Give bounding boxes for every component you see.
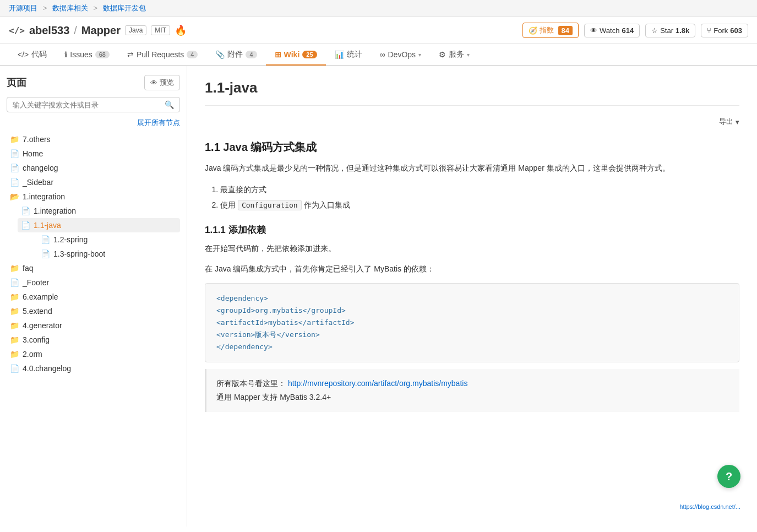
star-value: 1.8k: [676, 26, 689, 35]
tree-item-5extend[interactable]: 📁 5.extend: [7, 304, 180, 318]
tree-item-4generator[interactable]: 📁 4.generator: [7, 318, 180, 333]
tree-item-footer[interactable]: 📄 _Footer: [7, 275, 180, 290]
tree-item-1integration-folder[interactable]: 📂 1.integration: [7, 189, 180, 204]
expand-all-link[interactable]: 展开所有节点: [7, 118, 180, 128]
tree-item-7others[interactable]: 📁 7.others: [7, 132, 180, 146]
tree-item-6example[interactable]: 📁 6.example: [7, 290, 180, 304]
fork-value: 603: [730, 26, 742, 35]
section1-heading: 1.1 Java 编码方式集成: [205, 140, 739, 155]
info-box: 所有版本号看这里： http://mvnrepository.com/artif…: [205, 369, 739, 412]
tab-code-label: 代码: [31, 50, 47, 59]
file-icon: 📄: [41, 249, 50, 258]
section2-para1: 在开始写代码前，先把依赖添加进来。: [205, 242, 739, 256]
tag-mit: MIT: [151, 25, 170, 35]
tree-label: 1.integration: [34, 207, 76, 215]
content-area: 1.1-java 导出 ▾ 1.1 Java 编码方式集成 Java 编码方式集…: [187, 66, 757, 526]
content-section-1: 1.1 Java 编码方式集成 Java 编码方式集成是最少见的一种情况，但是通…: [205, 140, 739, 213]
section1-para1: Java 编码方式集成是最少见的一种情况，但是通过这种集成方式可以很容易让大家看…: [205, 161, 739, 175]
repo-slash: /: [74, 24, 77, 37]
file-icon: 📄: [21, 207, 30, 215]
export-label: 导出: [719, 117, 733, 127]
tree-label: _Footer: [23, 278, 49, 287]
file-icon: 📄: [10, 278, 19, 287]
tree-item-sidebar[interactable]: 📄 _Sidebar: [7, 175, 180, 189]
issues-badge: 68: [95, 51, 110, 58]
wiki-badge: 25: [302, 51, 317, 58]
export-button[interactable]: 导出 ▾: [719, 117, 739, 127]
tree-item-1.1-java[interactable]: 📄 1.1-java: [18, 218, 180, 232]
tab-pulls[interactable]: ⇄ Pull Requests 4: [118, 45, 207, 66]
code-icon: </>: [18, 50, 29, 59]
file-icon: 📄: [10, 178, 19, 187]
info-link[interactable]: http://mvnrepository.com/artifact/org.my…: [288, 379, 468, 388]
tab-services[interactable]: ⚙ 服务 ▾: [430, 44, 478, 66]
tab-attachments[interactable]: 📎 附件 4: [206, 44, 265, 66]
pulls-icon: ⇄: [127, 50, 134, 59]
tree-label: 7.others: [23, 135, 51, 144]
list-item-1: 最直接的方式: [220, 182, 739, 197]
tree-item-faq[interactable]: 📁 faq: [7, 261, 180, 275]
tree-label: 1.integration: [23, 192, 65, 201]
tree-item-1.2-spring[interactable]: 📄 1.2-spring: [37, 232, 180, 247]
breadcrumb-link-db[interactable]: 数据库相关: [52, 4, 88, 12]
tree-label: 3.config: [23, 335, 50, 344]
tree-item-1integration-file[interactable]: 📄 1.integration: [18, 204, 180, 218]
services-dropdown-icon: ▾: [467, 52, 470, 58]
search-box[interactable]: 🔍: [7, 97, 180, 112]
float-help-button[interactable]: ?: [717, 465, 740, 488]
folder-icon: 📁: [10, 321, 19, 330]
repo-header: </> abel533 / Mapper Java MIT 🔥 🧭 指数 84 …: [0, 17, 757, 44]
attachments-badge: 4: [246, 51, 257, 58]
tree-label: Home: [23, 149, 43, 158]
tree-item-4.0changelog[interactable]: 📄 4.0.changelog: [7, 361, 180, 376]
watch-label: Watch: [600, 26, 619, 35]
devops-icon: ∞: [380, 50, 385, 59]
tree-item-home[interactable]: 📄 Home: [7, 146, 180, 161]
tab-issues[interactable]: ℹ Issues 68: [56, 45, 118, 66]
list-item-2: 使用 Configuration 作为入口集成: [220, 197, 739, 213]
index-value: 84: [558, 26, 573, 35]
index-button[interactable]: 🧭 指数 84: [522, 23, 579, 38]
tree-label: 6.example: [23, 292, 58, 301]
breadcrumb-link-pkg[interactable]: 数据库开发包: [103, 4, 146, 12]
fork-label: Fork: [714, 26, 728, 35]
tree-label: 1.1-java: [34, 221, 61, 230]
compass-icon: 🧭: [529, 26, 537, 35]
bottom-link[interactable]: https://blog.csdn.net/...: [679, 503, 740, 510]
tree-item-changelog[interactable]: 📄 changelog: [7, 161, 180, 175]
folder-icon: 📁: [10, 350, 19, 359]
preview-button[interactable]: 👁 预览: [144, 75, 180, 90]
breadcrumb-link-open[interactable]: 开源项目: [9, 4, 37, 12]
tree-label: changelog: [23, 164, 58, 172]
fork-button[interactable]: ⑂ Fork 603: [701, 24, 748, 37]
sidebar-title: 页面: [7, 76, 26, 89]
star-button[interactable]: ☆ Star 1.8k: [645, 24, 695, 37]
file-icon: 📄: [21, 221, 30, 230]
info-label: 所有版本号看这里：: [216, 379, 286, 388]
repo-icon: </>: [9, 25, 25, 36]
tree-item-2orm[interactable]: 📁 2.orm: [7, 347, 180, 361]
sidebar: 页面 👁 预览 🔍 展开所有节点 📁 7.others 📄 Home 📄 cha…: [0, 66, 187, 526]
eye-preview-icon: 👁: [150, 79, 157, 87]
pulls-badge: 4: [187, 51, 198, 58]
issues-icon: ℹ: [64, 50, 67, 59]
watch-button[interactable]: 👁 Watch 614: [584, 24, 640, 37]
tab-code[interactable]: </> 代码: [9, 44, 56, 66]
search-icon: 🔍: [165, 100, 174, 109]
tab-stats-label: 统计: [347, 50, 362, 59]
index-label: 指数: [540, 25, 554, 35]
tab-wiki[interactable]: ⊞ Wiki 25: [266, 45, 326, 66]
watch-value: 614: [622, 26, 634, 35]
nav-tabs: </> 代码 ℹ Issues 68 ⇄ Pull Requests 4 📎 附…: [0, 44, 757, 66]
tree-label: faq: [23, 264, 33, 273]
folder-icon: 📁: [10, 292, 19, 301]
tree-item-3config[interactable]: 📁 3.config: [7, 333, 180, 347]
code-line-2: <groupId>org.mybatis</groupId>: [216, 305, 728, 317]
tree-item-1.3-spring-boot[interactable]: 📄 1.3-spring-boot: [37, 247, 180, 261]
search-input[interactable]: [13, 101, 165, 109]
tab-stats[interactable]: 📊 统计: [326, 44, 371, 66]
tab-devops[interactable]: ∞ DevOps ▾: [371, 45, 431, 66]
section1-list: 最直接的方式 使用 Configuration 作为入口集成: [205, 182, 739, 213]
code-line-3: <artifactId>mybatis</artifactId>: [216, 317, 728, 329]
fork-icon: ⑂: [707, 26, 711, 35]
